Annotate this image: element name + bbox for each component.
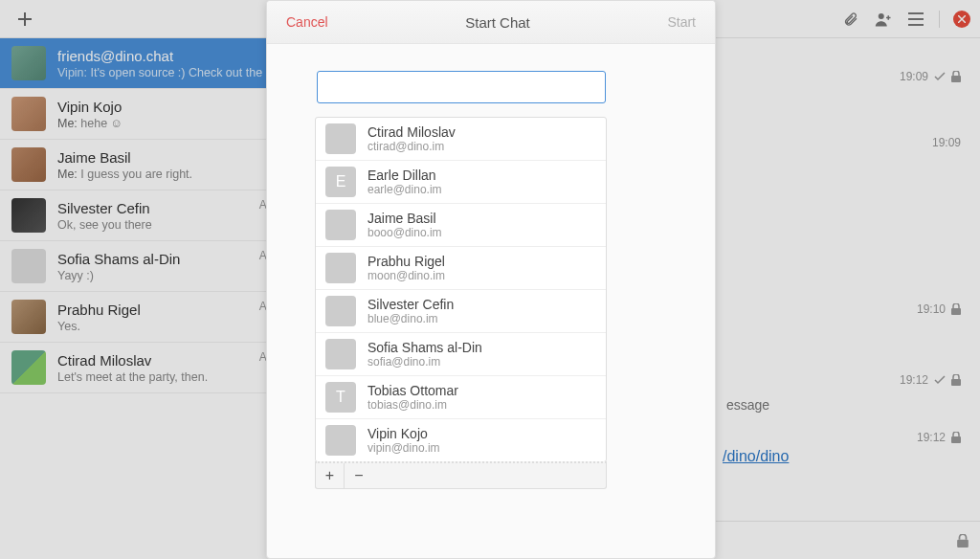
contact-list: Ctirad Miloslavctirad@dino.im E Earle Di…: [315, 117, 607, 462]
contact-jid: booo@dino.im: [368, 226, 442, 239]
contact-name: Ctirad Miloslav: [368, 124, 456, 140]
contact-jid: vipin@dino.im: [368, 441, 440, 455]
avatar: T: [325, 382, 356, 413]
start-chat-dialog: Cancel Start Chat Start Ctirad Miloslavc…: [266, 0, 716, 559]
contact-name: Sofia Shams al-Din: [368, 340, 482, 355]
contact-name: Prabhu Rigel: [368, 254, 445, 269]
start-button[interactable]: Start: [667, 14, 696, 30]
avatar: [325, 296, 356, 326]
contact-item[interactable]: Jaime Basilbooo@dino.im: [316, 204, 606, 247]
contact-name: Jaime Basil: [368, 211, 442, 226]
add-contact-button[interactable]: +: [316, 463, 345, 488]
contact-search-input[interactable]: [317, 71, 606, 103]
avatar: E: [325, 167, 356, 197]
avatar: [325, 210, 356, 240]
contact-item[interactable]: E Earle Dillanearle@dino.im: [316, 161, 606, 204]
dialog-header: Cancel Start Chat Start: [267, 1, 715, 44]
contact-item[interactable]: Vipin Kojovipin@dino.im: [316, 419, 606, 461]
contact-name: Tobias Ottomar: [368, 383, 458, 398]
contact-jid: earle@dino.im: [368, 183, 442, 196]
dialog-body: Ctirad Miloslavctirad@dino.im E Earle Di…: [267, 44, 715, 558]
contact-item[interactable]: Ctirad Miloslavctirad@dino.im: [316, 118, 606, 161]
contact-jid: blue@dino.im: [368, 312, 454, 325]
contact-jid: tobias@dino.im: [368, 398, 458, 412]
avatar: [325, 253, 356, 283]
contact-item[interactable]: Prabhu Rigelmoon@dino.im: [316, 247, 606, 290]
contact-jid: moon@dino.im: [368, 269, 445, 282]
contact-item[interactable]: T Tobias Ottomartobias@dino.im: [316, 376, 606, 419]
contact-jid: ctirad@dino.im: [368, 140, 456, 153]
contact-item[interactable]: Sofia Shams al-Dinsofia@dino.im: [316, 333, 606, 376]
contact-list-footer: + −: [315, 461, 607, 489]
contact-name: Vipin Kojo: [368, 426, 440, 441]
contact-name: Silvester Cefin: [368, 297, 454, 312]
contact-item[interactable]: Silvester Cefinblue@dino.im: [316, 290, 606, 333]
avatar: [325, 123, 356, 154]
dialog-title: Start Chat: [465, 14, 530, 31]
remove-contact-button[interactable]: −: [345, 463, 373, 488]
avatar: [325, 339, 356, 369]
contact-jid: sofia@dino.im: [368, 355, 482, 369]
contact-name: Earle Dillan: [368, 168, 442, 183]
avatar: [325, 425, 356, 456]
cancel-button[interactable]: Cancel: [286, 14, 328, 30]
